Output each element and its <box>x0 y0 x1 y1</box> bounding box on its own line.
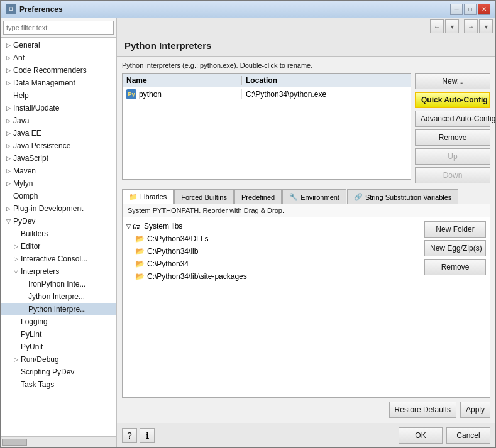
tab-string-substitution[interactable]: 🔗 String Substitution Variables <box>347 189 458 204</box>
sidebar-item-task-tags[interactable]: ▷ Task Tags <box>1 378 116 391</box>
info-icon-button[interactable]: ℹ <box>140 428 155 443</box>
sidebar-item-builders[interactable]: ▷ Builders <box>1 227 116 240</box>
expand-icon: ▷ <box>4 67 12 74</box>
interpreters-description: Python interpreters (e.g.: python.exe). … <box>122 62 490 69</box>
expand-icon: ▷ <box>4 54 12 62</box>
maximize-button[interactable]: □ <box>464 4 477 15</box>
horizontal-scrollbar[interactable] <box>1 437 116 447</box>
close-button[interactable]: ✕ <box>478 4 490 15</box>
sidebar-item-scripting-pydev[interactable]: ▷ Scripting PyDev <box>1 366 116 378</box>
sidebar-item-run-debug[interactable]: ▷ Run/Debug <box>1 353 116 366</box>
back-dropdown-button[interactable]: ▾ <box>445 19 459 33</box>
filter-container <box>1 18 116 38</box>
environment-tab-icon: 🔧 <box>289 193 298 201</box>
sidebar-tree: ▷ General ▷ Ant ▷ Code Recommenders ▷ Da… <box>1 38 116 436</box>
system-paths-header: System PYTHONPATH. Reorder with Drag & D… <box>123 204 490 217</box>
remove-button[interactable]: Remove <box>415 129 490 146</box>
sidebar-item-ironpython[interactable]: ▷ IronPython Inte... <box>1 278 116 290</box>
tab-forced-builtins[interactable]: Forced Builtins <box>174 189 234 204</box>
up-button[interactable]: Up <box>415 148 490 165</box>
path-root[interactable]: ▽ 🗂 System libs <box>123 220 421 232</box>
expand-icon: ▷ <box>4 129 12 137</box>
advanced-auto-config-button[interactable]: Advanced Auto-Config <box>415 111 490 127</box>
string-sub-tab-icon: 🔗 <box>354 193 363 201</box>
expand-icon: ▷ <box>4 155 12 162</box>
expand-icon: ▷ <box>4 167 12 175</box>
sidebar-item-data-management[interactable]: ▷ Data Management <box>1 77 116 89</box>
sidebar-item-logging[interactable]: ▷ Logging <box>1 315 116 328</box>
sidebar-item-interpreters[interactable]: ▽ Interpreters <box>1 265 116 278</box>
sidebar-item-python-interp[interactable]: ▷ Python Interpre... <box>1 303 116 315</box>
expand-icon: ▷ <box>4 41 12 49</box>
column-name: Name <box>123 76 242 85</box>
down-button[interactable]: Down <box>415 167 490 183</box>
path-item[interactable]: 📂 C:\Python34\DLLs <box>123 232 421 245</box>
sidebar-item-pylint[interactable]: ▷ PyLint <box>1 328 116 341</box>
tab-libraries[interactable]: 📁 Libraries <box>122 189 174 204</box>
ok-button[interactable]: OK <box>399 427 443 444</box>
forward-dropdown-button[interactable]: ▾ <box>479 19 493 33</box>
quick-auto-config-button[interactable]: Quick Auto-Config <box>415 92 490 108</box>
back-button[interactable]: ← <box>430 19 444 33</box>
sidebar-item-pyunit[interactable]: ▷ PyUnit <box>1 341 116 353</box>
bottom-left-icons: ? ℹ <box>122 428 395 443</box>
path-item[interactable]: 📂 C:\Python34 <box>123 258 421 270</box>
expand-icon: ▷ <box>12 356 19 363</box>
title-bar: ⚙ Preferences ─ □ ✕ <box>1 1 495 18</box>
minimize-button[interactable]: ─ <box>450 4 463 15</box>
folder-icon: 📂 <box>135 234 145 243</box>
help-icon-button[interactable]: ? <box>122 428 137 443</box>
filter-input[interactable] <box>3 21 114 35</box>
sidebar-item-editor[interactable]: ▷ Editor <box>1 240 116 253</box>
sidebar-item-java-persistence[interactable]: ▷ Java Persistence <box>1 139 116 152</box>
sidebar-item-interactive-console[interactable]: ▷ Interactive Consol... <box>1 253 116 265</box>
system-paths-panel: System PYTHONPATH. Reorder with Drag & D… <box>122 204 490 398</box>
apply-button[interactable]: Apply <box>460 402 490 418</box>
libraries-tab-icon: 📁 <box>129 193 138 201</box>
sidebar: ▷ General ▷ Ant ▷ Code Recommenders ▷ Da… <box>1 18 117 447</box>
sidebar-item-javascript[interactable]: ▷ JavaScript <box>1 152 116 165</box>
sidebar-item-maven[interactable]: ▷ Maven <box>1 165 116 177</box>
expand-icon: ▷ <box>12 255 19 263</box>
forward-button[interactable]: → <box>464 19 478 33</box>
sidebar-item-oomph[interactable]: ▷ Oomph <box>1 190 116 202</box>
sidebar-item-mylyn[interactable]: ▷ Mylyn <box>1 177 116 190</box>
sidebar-scrollbar-bottom <box>1 436 116 447</box>
new-folder-button[interactable]: New Folder <box>424 221 486 238</box>
new-egg-zip-button[interactable]: New Egg/Zip(s) <box>424 240 486 256</box>
paths-tree[interactable]: ▽ 🗂 System libs 📂 C:\Python34\DLLs <box>123 217 421 397</box>
cancel-button[interactable]: Cancel <box>446 427 490 444</box>
panel-title: Python Interpreters <box>124 40 488 51</box>
sidebar-item-java-ee[interactable]: ▷ Java EE <box>1 127 116 139</box>
right-panel: ← ▾ → ▾ Python Interpreters Python i <box>117 18 495 447</box>
title-bar-controls: ─ □ ✕ <box>450 4 490 15</box>
sidebar-item-ant[interactable]: ▷ Ant <box>1 52 116 64</box>
restore-defaults-button[interactable]: Restore Defaults <box>389 402 456 418</box>
python-icon: Py <box>126 89 136 99</box>
paths-remove-button[interactable]: Remove <box>424 259 486 275</box>
new-button[interactable]: New... <box>415 73 490 89</box>
preferences-window: ⚙ Preferences ─ □ ✕ ▷ General ▷ Ant <box>0 0 496 448</box>
table-header: Name Location <box>123 74 411 87</box>
sidebar-item-general[interactable]: ▷ General <box>1 39 116 52</box>
sidebar-item-code-recommenders[interactable]: ▷ Code Recommenders <box>1 64 116 77</box>
path-item[interactable]: 📂 C:\Python34\lib <box>123 245 421 258</box>
folder-icon: 📂 <box>135 260 145 268</box>
sidebar-item-pydev[interactable]: ▽ PyDev <box>1 215 116 227</box>
sidebar-item-plug-in-development[interactable]: ▷ Plug-in Development <box>1 202 116 215</box>
sidebar-item-help[interactable]: ▷ Help <box>1 89 116 102</box>
interpreter-table-area: Name Location Py python C:\Python34\pyth… <box>122 73 490 183</box>
expand-icon: ▷ <box>12 243 19 250</box>
path-buttons: New Folder New Egg/Zip(s) Remove <box>421 217 490 397</box>
tabs-container: 📁 Libraries Forced Builtins Predefined 🔧… <box>122 188 490 204</box>
sidebar-item-jython[interactable]: ▷ Jython Interpre... <box>1 290 116 303</box>
interpreter-table[interactable]: Name Location Py python C:\Python34\pyth… <box>122 73 411 180</box>
column-location: Location <box>242 76 281 85</box>
expand-icon: ▷ <box>4 117 12 124</box>
sidebar-item-install-update[interactable]: ▷ Install/Update <box>1 102 116 114</box>
sidebar-item-java[interactable]: ▷ Java <box>1 114 116 127</box>
tab-environment[interactable]: 🔧 Environment <box>282 189 346 204</box>
table-row[interactable]: Py python C:\Python34\python.exe <box>123 87 411 101</box>
tab-predefined[interactable]: Predefined <box>234 189 282 204</box>
path-item[interactable]: 📂 C:\Python34\lib\site-packages <box>123 270 421 283</box>
